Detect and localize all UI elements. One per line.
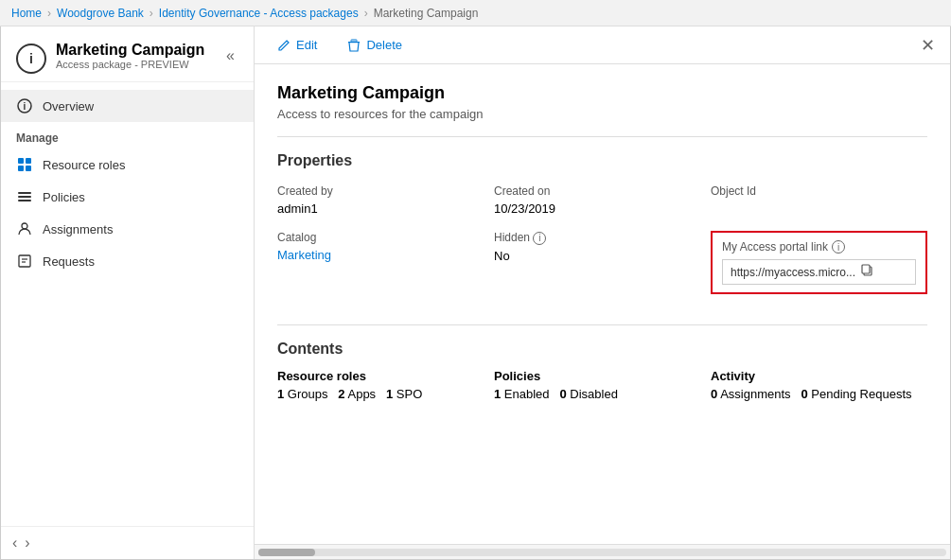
resource-roles-label: Resource roles: [43, 158, 125, 172]
requests-label: Requests: [43, 254, 95, 269]
portal-link-label: My Access portal link i: [722, 240, 916, 254]
contents-title: Contents: [277, 341, 927, 358]
catalog-group: Catalog Marketing: [277, 231, 494, 309]
overview-label: Overview: [43, 99, 94, 114]
right-panel: Edit Delete ✕ Marketing Campaign Access …: [255, 26, 950, 559]
horizontal-scrollbar[interactable]: [255, 544, 950, 559]
policies-stat-label: Policies: [494, 369, 711, 383]
properties-grid: Created by admin1 Created on 10/23/2019 …: [277, 184, 927, 231]
nav-item-resource-roles[interactable]: Resource roles: [1, 149, 254, 181]
assignments-icon: [16, 220, 33, 237]
breadcrumb-current: Marketing Campaign: [374, 7, 479, 20]
nav-item-policies[interactable]: Policies: [1, 181, 254, 213]
svg-rect-7: [351, 40, 357, 42]
breadcrumb: Home › Woodgrove Bank › Identity Governa…: [0, 0, 951, 26]
assignments-label: Assignments: [43, 222, 113, 236]
panel-subtitle: Access package - PREVIEW: [56, 59, 204, 70]
breadcrumb-bank[interactable]: Woodgrove Bank: [57, 7, 144, 20]
nav-section: i Overview Manage Resource roles: [1, 82, 254, 285]
scroll-right-button[interactable]: ›: [21, 531, 33, 555]
object-id-group: Object Id: [711, 184, 927, 231]
svg-text:i: i: [24, 101, 26, 112]
scrollbar-thumb: [258, 549, 315, 556]
nav-item-overview[interactable]: i Overview: [1, 90, 254, 122]
breadcrumb-home[interactable]: Home: [11, 7, 42, 20]
toolbar: Edit Delete ✕: [255, 26, 950, 64]
manage-group-label: Manage: [1, 122, 254, 149]
svg-rect-3: [19, 255, 30, 267]
hidden-label: Hidden i: [494, 231, 711, 245]
portal-url-text: https://myaccess.micro...: [731, 266, 855, 279]
copy-icon[interactable]: [861, 264, 874, 280]
scrollbar-track: [258, 549, 946, 556]
svg-point-2: [22, 223, 27, 229]
activity-stat-label: Activity: [711, 369, 927, 383]
created-by-label: Created by: [277, 184, 494, 198]
nav-item-assignments[interactable]: Assignments: [1, 213, 254, 245]
hidden-info-icon: i: [533, 232, 546, 245]
panel-footer: ‹ ›: [1, 526, 254, 559]
properties-title: Properties: [277, 152, 927, 169]
created-on-value: 10/23/2019: [494, 201, 711, 216]
panel-title: Marketing Campaign: [56, 42, 204, 59]
resource-roles-stat-values: 1 Groups 2 Apps 1 SPO: [277, 387, 494, 401]
divider-2: [277, 324, 927, 325]
contents-grid: Resource roles 1 Groups 2 Apps 1 SPO Pol…: [277, 369, 927, 401]
policies-label: Policies: [43, 190, 85, 204]
resource-roles-stats: Resource roles 1 Groups 2 Apps 1 SPO: [277, 369, 494, 401]
policies-stats: Policies 1 Enabled 0 Disabled: [494, 369, 711, 401]
hidden-value: No: [494, 249, 711, 263]
policies-icon: [16, 188, 33, 205]
nav-item-requests[interactable]: Requests: [1, 245, 254, 277]
edit-button[interactable]: Edit: [270, 34, 325, 56]
breadcrumb-governance[interactable]: Identity Governance - Access packages: [159, 7, 359, 20]
content-area: Marketing Campaign Access to resources f…: [255, 64, 950, 544]
package-desc: Access to resources for the campaign: [277, 107, 927, 121]
created-on-label: Created on: [494, 184, 711, 198]
left-panel: i Marketing Campaign Access package - PR…: [1, 26, 255, 559]
catalog-label: Catalog: [277, 231, 494, 244]
portal-info-icon: i: [832, 240, 845, 254]
resource-roles-stat-label: Resource roles: [277, 369, 494, 383]
hidden-group: Hidden i No: [494, 231, 711, 309]
collapse-button[interactable]: «: [222, 44, 238, 68]
policies-stat-values: 1 Enabled 0 Disabled: [494, 387, 711, 401]
activity-stats: Activity 0 Assignments 0 Pending Request…: [711, 369, 927, 401]
edit-icon: [277, 39, 291, 52]
overview-icon: i: [16, 97, 33, 114]
portal-link-box: My Access portal link i https://myaccess…: [711, 231, 927, 294]
scroll-left-button[interactable]: ‹: [9, 531, 21, 555]
delete-icon: [347, 39, 361, 52]
created-by-group: Created by admin1: [277, 184, 494, 231]
catalog-value[interactable]: Marketing: [277, 248, 494, 262]
info-icon: i: [16, 44, 46, 74]
resource-roles-icon: [16, 156, 33, 173]
close-button[interactable]: ✕: [921, 35, 935, 56]
panel-header-text: Marketing Campaign Access package - PREV…: [56, 42, 204, 70]
requests-icon: [16, 253, 33, 270]
svg-rect-9: [862, 265, 870, 273]
delete-button[interactable]: Delete: [340, 34, 410, 56]
portal-url-row: https://myaccess.micro...: [722, 259, 916, 285]
panel-header: i Marketing Campaign Access package - PR…: [1, 26, 254, 82]
object-id-label: Object Id: [711, 184, 927, 198]
created-on-group: Created on 10/23/2019: [494, 184, 711, 231]
activity-stat-values: 0 Assignments 0 Pending Requests: [711, 387, 927, 401]
package-title: Marketing Campaign: [277, 83, 927, 103]
properties-grid-2: Catalog Marketing Hidden i No My Access …: [277, 231, 927, 309]
created-by-value: admin1: [277, 201, 494, 216]
portal-link-group: My Access portal link i https://myaccess…: [711, 231, 927, 309]
divider-1: [277, 136, 927, 137]
